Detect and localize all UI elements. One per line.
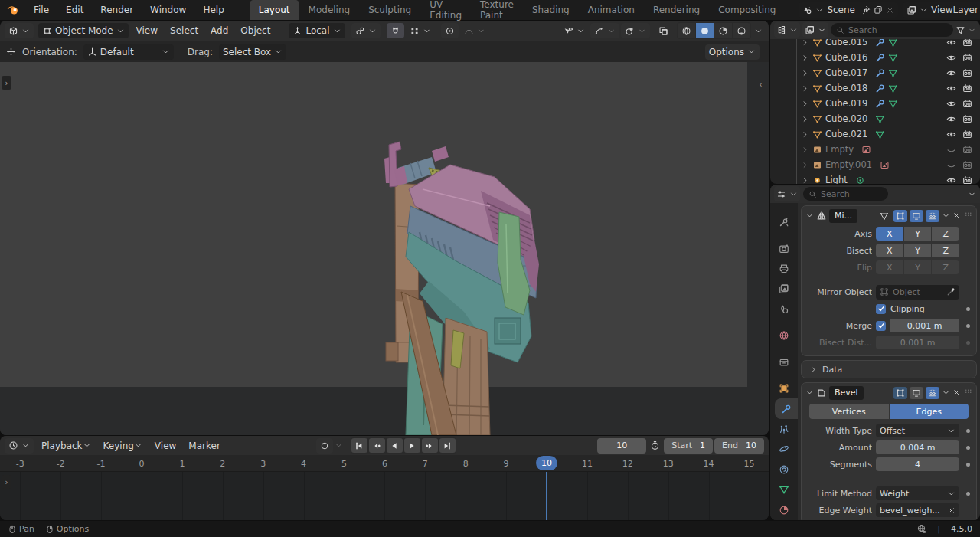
properties-tab-collection[interactable] [770, 352, 798, 372]
eye-open-icon[interactable] [946, 53, 956, 63]
toggle-cage-button[interactable] [877, 210, 891, 222]
current-frame-field[interactable]: 10 [597, 438, 646, 454]
drag-dots-icon[interactable] [963, 388, 972, 398]
viewport-menu-object[interactable]: Object [234, 21, 276, 41]
snap-toggle[interactable] [387, 23, 404, 38]
chevron-down-icon[interactable] [968, 26, 976, 34]
shading-material-button[interactable] [714, 23, 732, 38]
proportional-editing-toggle[interactable] [441, 23, 459, 38]
properties-tab-render[interactable] [770, 238, 798, 258]
workspace-tab-texture-paint[interactable]: Texture Paint [471, 0, 523, 20]
outliner-row-light[interactable]: Light [770, 172, 980, 184]
axis-button-z[interactable]: Z [932, 227, 959, 241]
menu-window[interactable]: Window [142, 0, 194, 20]
snap-settings-dropdown[interactable] [406, 23, 435, 38]
chevron-down-icon[interactable] [968, 190, 976, 198]
stopwatch-icon[interactable] [650, 440, 660, 450]
limit-method-dropdown[interactable]: Weight [876, 486, 959, 500]
properties-tab-world[interactable] [770, 326, 798, 345]
outliner-row-empty[interactable]: Empty [770, 142, 980, 157]
outliner-row-cube-018[interactable]: Cube.018 [770, 80, 980, 96]
timeline-menu-view[interactable]: View [149, 436, 182, 456]
drag-dots-icon[interactable] [963, 211, 972, 221]
bevel-panel-header[interactable]: Bevel [802, 383, 976, 402]
toolbar-expand-arrow[interactable]: › [2, 76, 11, 90]
camera-restrict-icon[interactable] [962, 175, 972, 185]
play-reverse-button[interactable] [387, 438, 403, 453]
playhead[interactable] [546, 472, 547, 520]
gun-model[interactable] [0, 62, 768, 435]
viewport-menu-view[interactable]: View [130, 21, 164, 41]
properties-search-input[interactable]: Search [803, 187, 888, 201]
camera-restrict-icon[interactable] [962, 53, 972, 63]
outliner-row-cube-017[interactable]: Cube.017 [770, 65, 980, 80]
workspace-tab-modeling[interactable]: Modeling [299, 0, 360, 20]
previous-keyframe-button[interactable] [369, 438, 385, 453]
autokey-toggle[interactable] [316, 438, 333, 454]
outliner-row-cube-015[interactable]: Cube.015 [770, 39, 980, 50]
extras-chevron-icon[interactable] [942, 211, 950, 220]
frame-end-field[interactable]: End 10 [714, 438, 764, 454]
eye-open-icon[interactable] [946, 83, 956, 93]
shading-solid-button[interactable] [696, 23, 714, 38]
menu-file[interactable]: File [25, 0, 57, 20]
object-visibility-dropdown[interactable] [560, 23, 589, 38]
eye-open-icon[interactable] [946, 99, 956, 109]
xray-toggle[interactable] [655, 23, 672, 38]
network-icon[interactable] [916, 524, 926, 534]
chevron-down-icon[interactable] [754, 27, 763, 35]
toggle-realtime-button[interactable] [910, 387, 923, 399]
merge-checkbox[interactable] [876, 321, 886, 331]
editor-type-button[interactable] [5, 23, 34, 38]
mirror-object-field[interactable]: Object [876, 285, 959, 300]
animate-dot[interactable] [966, 463, 970, 467]
edge-weight-field[interactable]: bevel_weigh... [876, 503, 959, 517]
eye-closed-icon[interactable] [946, 145, 956, 155]
editor-type-button[interactable] [774, 186, 800, 201]
properties-tab-modifiers[interactable] [775, 398, 798, 418]
close-icon[interactable] [947, 506, 956, 515]
flip-button-z[interactable]: Z [932, 260, 959, 274]
menu-help[interactable]: Help [194, 0, 232, 20]
jump-to-end-button[interactable] [439, 438, 456, 453]
properties-tab-tool[interactable] [770, 212, 798, 232]
tool-orientation-dropdown[interactable]: Default [83, 44, 174, 60]
close-icon[interactable] [952, 211, 961, 220]
bisect-distance-field[interactable]: 0.001 m [876, 336, 959, 349]
properties-tab-viewlayer[interactable] [770, 279, 798, 299]
data-subpanel-header[interactable]: Data [802, 361, 976, 378]
display-mode-dropdown[interactable] [802, 22, 828, 38]
bisect-button-y[interactable]: Y [904, 244, 932, 257]
jump-to-start-button[interactable] [351, 438, 368, 453]
eyedropper-icon[interactable] [946, 287, 956, 296]
outliner-row-cube-016[interactable]: Cube.016 [770, 50, 980, 65]
bisect-button-z[interactable]: Z [932, 244, 959, 257]
extras-chevron-icon[interactable] [942, 388, 950, 397]
camera-restrict-icon[interactable] [962, 39, 972, 47]
animate-dot[interactable] [966, 429, 970, 433]
toggle-editmode-button[interactable] [893, 210, 907, 222]
editor-type-button[interactable] [774, 22, 800, 38]
properties-tab-particles[interactable] [770, 419, 798, 439]
scene-selector[interactable]: Scene [799, 2, 898, 18]
eye-open-icon[interactable] [946, 129, 956, 139]
outliner-row-cube-020[interactable]: Cube.020 [770, 111, 980, 126]
animate-dot[interactable] [966, 341, 970, 345]
chevron-down-icon[interactable] [805, 211, 814, 220]
animate-dot[interactable] [966, 307, 970, 311]
timeline-menu-playback[interactable]: Playback [35, 436, 97, 456]
filter-funnel-icon[interactable] [956, 25, 965, 35]
workspace-tab-animation[interactable]: Animation [579, 0, 644, 20]
close-icon[interactable] [952, 388, 961, 397]
sidebar-collapse-arrow[interactable]: ‹ [756, 77, 766, 91]
modifier-name-field[interactable]: Bevel [829, 386, 864, 400]
eye-open-icon[interactable] [946, 175, 956, 185]
affect-button-edges[interactable]: Edges [890, 404, 969, 419]
toggle-editmode-button[interactable] [893, 387, 907, 399]
eye-closed-icon[interactable] [946, 160, 956, 170]
drag-dropdown[interactable]: Select Box [219, 44, 286, 60]
transform-orientation-dropdown[interactable]: Local [289, 23, 345, 38]
camera-restrict-icon[interactable] [962, 68, 972, 78]
width-type-dropdown[interactable]: Offset [876, 424, 959, 437]
workspace-tab-sculpting[interactable]: Sculpting [359, 0, 420, 20]
